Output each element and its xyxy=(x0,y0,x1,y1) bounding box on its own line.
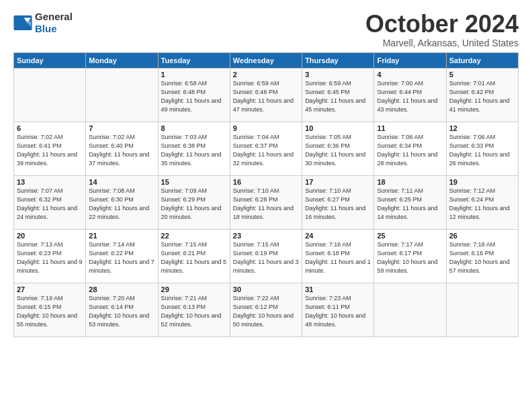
col-saturday: Saturday xyxy=(446,52,518,68)
day-info: Sunrise: 6:59 AMSunset: 6:45 PMDaylight:… xyxy=(305,79,371,114)
calendar-cell: 21Sunrise: 7:14 AMSunset: 6:22 PMDayligh… xyxy=(86,229,158,283)
day-number: 24 xyxy=(305,232,371,240)
day-number: 3 xyxy=(305,71,371,79)
calendar-cell: 9Sunrise: 7:04 AMSunset: 6:37 PMDaylight… xyxy=(230,122,302,175)
day-number: 20 xyxy=(17,232,83,240)
day-number: 2 xyxy=(233,71,299,79)
calendar-cell: 20Sunrise: 7:13 AMSunset: 6:23 PMDayligh… xyxy=(14,229,86,283)
day-info: Sunrise: 7:02 AMSunset: 6:41 PMDaylight:… xyxy=(17,133,83,168)
day-number: 16 xyxy=(233,178,299,186)
title-block: October 2024 Marvell, Arkansas, United S… xyxy=(365,11,519,48)
calendar-cell: 12Sunrise: 7:06 AMSunset: 6:33 PMDayligh… xyxy=(446,122,518,175)
day-info: Sunrise: 7:06 AMSunset: 6:34 PMDaylight:… xyxy=(377,133,443,168)
calendar-week-row: 27Sunrise: 7:19 AMSunset: 6:15 PMDayligh… xyxy=(14,283,519,336)
day-number: 21 xyxy=(89,232,154,240)
calendar-cell xyxy=(14,68,86,122)
day-info: Sunrise: 7:10 AMSunset: 6:28 PMDaylight:… xyxy=(233,187,299,222)
calendar-cell: 17Sunrise: 7:10 AMSunset: 6:27 PMDayligh… xyxy=(302,175,374,229)
calendar-cell: 3Sunrise: 6:59 AMSunset: 6:45 PMDaylight… xyxy=(302,68,374,122)
calendar-cell: 30Sunrise: 7:22 AMSunset: 6:12 PMDayligh… xyxy=(230,283,302,336)
day-number: 13 xyxy=(17,178,83,186)
calendar-cell: 27Sunrise: 7:19 AMSunset: 6:15 PMDayligh… xyxy=(14,283,86,336)
calendar-cell: 15Sunrise: 7:09 AMSunset: 6:29 PMDayligh… xyxy=(158,175,230,229)
day-info: Sunrise: 7:10 AMSunset: 6:27 PMDaylight:… xyxy=(305,187,371,222)
calendar-cell: 13Sunrise: 7:07 AMSunset: 6:32 PMDayligh… xyxy=(14,175,86,229)
day-info: Sunrise: 7:22 AMSunset: 6:12 PMDaylight:… xyxy=(233,294,299,329)
calendar-cell: 31Sunrise: 7:23 AMSunset: 6:11 PMDayligh… xyxy=(302,283,374,336)
calendar-week-row: 20Sunrise: 7:13 AMSunset: 6:23 PMDayligh… xyxy=(14,229,519,283)
calendar-cell xyxy=(446,283,518,336)
calendar-cell: 11Sunrise: 7:06 AMSunset: 6:34 PMDayligh… xyxy=(374,122,446,175)
day-number: 14 xyxy=(89,178,154,186)
logo-blue: Blue xyxy=(35,23,57,34)
calendar-cell xyxy=(86,68,158,122)
day-info: Sunrise: 7:15 AMSunset: 6:21 PMDaylight:… xyxy=(161,240,227,275)
col-tuesday: Tuesday xyxy=(158,52,230,68)
header: General Blue October 2024 Marvell, Arkan… xyxy=(13,11,519,48)
month-title: October 2024 xyxy=(365,11,519,38)
col-friday: Friday xyxy=(374,52,446,68)
day-number: 19 xyxy=(449,178,515,186)
day-info: Sunrise: 6:59 AMSunset: 6:46 PMDaylight:… xyxy=(233,79,299,114)
calendar-cell: 19Sunrise: 7:12 AMSunset: 6:24 PMDayligh… xyxy=(446,175,518,229)
calendar-week-row: 6Sunrise: 7:02 AMSunset: 6:41 PMDaylight… xyxy=(14,122,519,175)
calendar-cell: 22Sunrise: 7:15 AMSunset: 6:21 PMDayligh… xyxy=(158,229,230,283)
calendar-week-row: 13Sunrise: 7:07 AMSunset: 6:32 PMDayligh… xyxy=(14,175,519,229)
logo-general: General xyxy=(35,11,73,22)
calendar-cell: 8Sunrise: 7:03 AMSunset: 6:38 PMDaylight… xyxy=(158,122,230,175)
day-number: 17 xyxy=(305,178,371,186)
day-info: Sunrise: 7:17 AMSunset: 6:17 PMDaylight:… xyxy=(377,240,443,275)
day-info: Sunrise: 7:21 AMSunset: 6:13 PMDaylight:… xyxy=(161,294,227,329)
calendar-cell: 1Sunrise: 6:58 AMSunset: 6:48 PMDaylight… xyxy=(158,68,230,122)
day-number: 11 xyxy=(377,124,443,132)
calendar-table: Sunday Monday Tuesday Wednesday Thursday… xyxy=(13,52,519,337)
col-monday: Monday xyxy=(86,52,158,68)
day-number: 4 xyxy=(377,71,443,79)
logo-icon xyxy=(13,15,32,30)
logo: General Blue xyxy=(13,11,73,35)
day-info: Sunrise: 7:15 AMSunset: 6:19 PMDaylight:… xyxy=(233,240,299,275)
day-number: 25 xyxy=(377,232,443,240)
day-info: Sunrise: 7:18 AMSunset: 6:16 PMDaylight:… xyxy=(449,240,515,275)
day-info: Sunrise: 7:19 AMSunset: 6:15 PMDaylight:… xyxy=(17,294,83,329)
day-number: 6 xyxy=(17,124,83,132)
day-number: 8 xyxy=(161,124,227,132)
calendar-cell: 6Sunrise: 7:02 AMSunset: 6:41 PMDaylight… xyxy=(14,122,86,175)
day-info: Sunrise: 7:08 AMSunset: 6:30 PMDaylight:… xyxy=(89,187,154,222)
day-number: 18 xyxy=(377,178,443,186)
calendar-cell: 23Sunrise: 7:15 AMSunset: 6:19 PMDayligh… xyxy=(230,229,302,283)
day-info: Sunrise: 6:58 AMSunset: 6:48 PMDaylight:… xyxy=(161,79,227,114)
calendar-cell: 5Sunrise: 7:01 AMSunset: 6:42 PMDaylight… xyxy=(446,68,518,122)
calendar-cell: 26Sunrise: 7:18 AMSunset: 6:16 PMDayligh… xyxy=(446,229,518,283)
day-number: 23 xyxy=(233,232,299,240)
calendar-cell: 16Sunrise: 7:10 AMSunset: 6:28 PMDayligh… xyxy=(230,175,302,229)
day-info: Sunrise: 7:06 AMSunset: 6:33 PMDaylight:… xyxy=(449,133,515,168)
day-number: 28 xyxy=(89,285,154,293)
page-container: General Blue October 2024 Marvell, Arkan… xyxy=(0,0,532,344)
day-info: Sunrise: 7:05 AMSunset: 6:36 PMDaylight:… xyxy=(305,133,371,168)
day-number: 29 xyxy=(161,285,227,293)
day-info: Sunrise: 7:01 AMSunset: 6:42 PMDaylight:… xyxy=(449,79,515,114)
day-number: 9 xyxy=(233,124,299,132)
calendar-cell: 10Sunrise: 7:05 AMSunset: 6:36 PMDayligh… xyxy=(302,122,374,175)
day-number: 5 xyxy=(449,71,515,79)
calendar-header-row: Sunday Monday Tuesday Wednesday Thursday… xyxy=(14,52,519,68)
calendar-cell: 14Sunrise: 7:08 AMSunset: 6:30 PMDayligh… xyxy=(86,175,158,229)
calendar-cell: 7Sunrise: 7:02 AMSunset: 6:40 PMDaylight… xyxy=(86,122,158,175)
day-info: Sunrise: 7:03 AMSunset: 6:38 PMDaylight:… xyxy=(161,133,227,168)
calendar-cell: 29Sunrise: 7:21 AMSunset: 6:13 PMDayligh… xyxy=(158,283,230,336)
day-info: Sunrise: 7:12 AMSunset: 6:24 PMDaylight:… xyxy=(449,187,515,222)
day-number: 30 xyxy=(233,285,299,293)
day-info: Sunrise: 7:16 AMSunset: 6:18 PMDaylight:… xyxy=(305,240,371,275)
calendar-cell: 2Sunrise: 6:59 AMSunset: 6:46 PMDaylight… xyxy=(230,68,302,122)
day-number: 7 xyxy=(89,124,154,132)
calendar-cell: 25Sunrise: 7:17 AMSunset: 6:17 PMDayligh… xyxy=(374,229,446,283)
calendar-cell: 24Sunrise: 7:16 AMSunset: 6:18 PMDayligh… xyxy=(302,229,374,283)
day-info: Sunrise: 7:14 AMSunset: 6:22 PMDaylight:… xyxy=(89,240,154,275)
col-sunday: Sunday xyxy=(14,52,86,68)
day-info: Sunrise: 7:00 AMSunset: 6:44 PMDaylight:… xyxy=(377,79,443,114)
day-number: 1 xyxy=(161,71,227,79)
calendar-week-row: 1Sunrise: 6:58 AMSunset: 6:48 PMDaylight… xyxy=(14,68,519,122)
calendar-cell: 18Sunrise: 7:11 AMSunset: 6:25 PMDayligh… xyxy=(374,175,446,229)
calendar-cell xyxy=(374,283,446,336)
